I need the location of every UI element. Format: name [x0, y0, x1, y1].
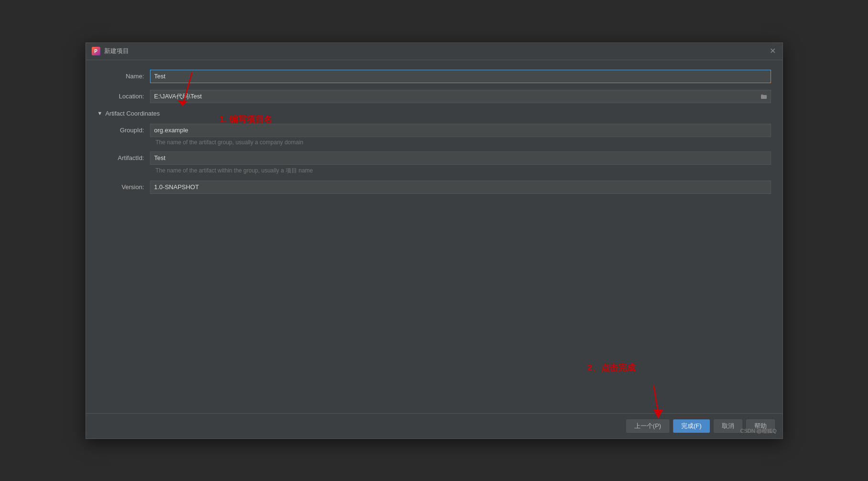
artifact-id-input[interactable]: [150, 151, 771, 165]
location-row: Location:: [97, 90, 771, 103]
dialog-footer: 上一个(P) 完成(F) 取消 帮助: [86, 413, 782, 438]
location-input[interactable]: [150, 90, 758, 103]
group-id-hint: The name of the artifact group, usually …: [107, 139, 771, 146]
title-bar-left: P 新建项目: [92, 47, 129, 55]
version-row: Version:: [107, 181, 771, 194]
artifact-fields: GroupId: The name of the artifact group,…: [97, 124, 771, 194]
name-row: Name:: [97, 70, 771, 83]
section-title: Artifact Coordinates: [105, 110, 160, 117]
app-icon: P: [92, 47, 100, 55]
group-id-input[interactable]: [150, 124, 771, 137]
name-label: Name:: [97, 73, 150, 80]
help-button[interactable]: 帮助: [746, 419, 775, 433]
prev-button[interactable]: 上一个(P): [626, 419, 669, 433]
version-label: Version:: [107, 183, 150, 191]
artifact-coordinates-section: ▼ Artifact Coordinates: [97, 110, 771, 117]
artifact-id-hint: The name of the artifact within the grou…: [107, 167, 771, 175]
collapse-arrow[interactable]: ▼: [97, 110, 103, 116]
name-input[interactable]: [150, 70, 771, 83]
version-input[interactable]: [150, 181, 771, 194]
dialog-content: Name: Location: ▼ Artifact Coordinates: [86, 60, 782, 413]
new-project-dialog: P 新建项目 ✕ Name: Location:: [86, 43, 783, 439]
finish-button[interactable]: 完成(F): [673, 419, 710, 433]
location-label: Location:: [97, 93, 150, 100]
artifact-id-label: ArtifactId:: [107, 154, 150, 161]
location-browse-button[interactable]: [758, 90, 771, 103]
dialog-title: 新建项目: [104, 47, 129, 55]
svg-rect-1: [761, 95, 763, 96]
group-id-label: GroupId:: [107, 127, 150, 134]
title-bar: P 新建项目 ✕: [86, 43, 782, 60]
artifact-id-row: ArtifactId:: [107, 151, 771, 165]
svg-rect-0: [761, 95, 767, 99]
location-wrapper: [150, 90, 771, 103]
group-id-row: GroupId:: [107, 124, 771, 137]
cancel-button[interactable]: 取消: [714, 419, 742, 433]
close-button[interactable]: ✕: [769, 47, 777, 55]
folder-icon: [761, 93, 767, 100]
